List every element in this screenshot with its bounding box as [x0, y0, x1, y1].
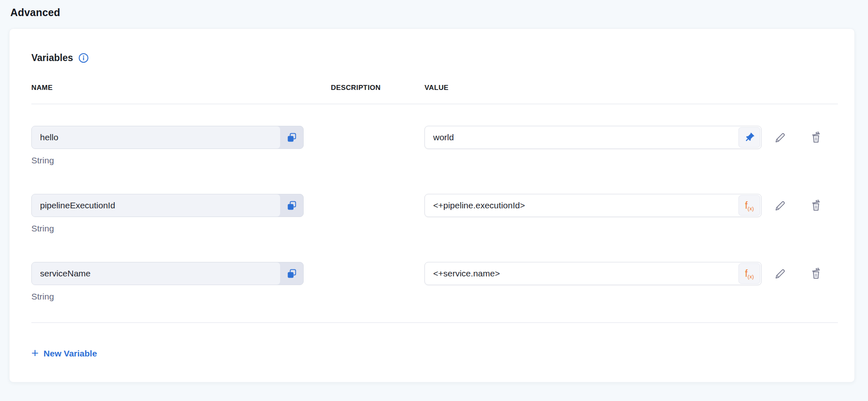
copy-icon [286, 268, 297, 279]
new-variable-label: New Variable [44, 349, 97, 359]
variables-card: Variables NAME DESCRIPTION VALUE [9, 28, 855, 382]
variable-value-input[interactable] [425, 126, 737, 149]
delete-variable-button[interactable] [809, 130, 823, 144]
value-cell: f(x) [425, 126, 762, 149]
value-cell: f(x) [425, 194, 762, 217]
trash-icon [809, 267, 823, 281]
variable-row: String f(x) [31, 126, 854, 165]
variable-type-label: String [31, 156, 304, 165]
trash-icon [809, 130, 823, 144]
variable-name-input[interactable] [32, 262, 280, 285]
variable-value-group: f(x) [425, 194, 762, 217]
copy-icon [286, 200, 297, 211]
variable-row: String f(x) [31, 262, 854, 302]
row-actions [762, 194, 854, 217]
column-header-value: VALUE [425, 84, 762, 92]
pencil-icon [773, 131, 786, 144]
name-cell: String [31, 126, 304, 165]
edit-variable-button[interactable] [773, 130, 786, 144]
value-type-toggle[interactable]: f(x) [738, 195, 760, 216]
variable-name-group [31, 126, 304, 149]
variable-type-label: String [31, 224, 304, 234]
value-type-toggle[interactable]: f(x) [738, 127, 760, 148]
table-header-row: NAME DESCRIPTION VALUE [31, 84, 854, 93]
plus-icon: + [31, 348, 39, 358]
info-icon[interactable] [78, 53, 89, 63]
copy-button[interactable] [281, 262, 303, 285]
name-cell: String [31, 262, 304, 302]
column-header-description: DESCRIPTION [304, 84, 425, 92]
pin-icon [744, 132, 755, 143]
variable-row: String f(x) [31, 194, 854, 234]
header-divider [31, 104, 838, 104]
variable-value-group: f(x) [425, 126, 762, 149]
column-header-name: NAME [31, 84, 304, 92]
variable-value-input[interactable] [425, 194, 737, 217]
variable-name-group [31, 194, 304, 217]
value-cell: f(x) [425, 262, 762, 285]
copy-button[interactable] [281, 126, 303, 149]
page-title: Advanced [0, 0, 868, 19]
name-cell: String [31, 194, 304, 234]
variables-title: Variables [31, 52, 73, 64]
trash-icon [809, 198, 823, 212]
edit-variable-button[interactable] [773, 267, 786, 281]
variable-name-input[interactable] [32, 194, 280, 217]
variable-name-input[interactable] [32, 126, 280, 149]
edit-variable-button[interactable] [773, 198, 786, 212]
variable-value-group: f(x) [425, 262, 762, 285]
copy-button[interactable] [281, 194, 303, 217]
variables-header: Variables [31, 52, 854, 64]
variables-rows: String f(x) [31, 126, 854, 302]
new-variable-button[interactable]: + New Variable [31, 349, 97, 359]
footer-divider [31, 322, 838, 323]
pencil-icon [773, 199, 786, 212]
expression-fx-icon: f(x) [745, 201, 754, 210]
variable-type-label: String [31, 292, 304, 302]
variable-name-group [31, 262, 304, 285]
pencil-icon [773, 267, 786, 280]
delete-variable-button[interactable] [809, 267, 823, 281]
variable-value-input[interactable] [425, 262, 737, 285]
delete-variable-button[interactable] [809, 198, 823, 212]
expression-fx-icon: f(x) [745, 269, 754, 278]
value-type-toggle[interactable]: f(x) [738, 263, 760, 284]
row-actions [762, 262, 854, 285]
copy-icon [286, 132, 297, 143]
row-actions [762, 126, 854, 149]
